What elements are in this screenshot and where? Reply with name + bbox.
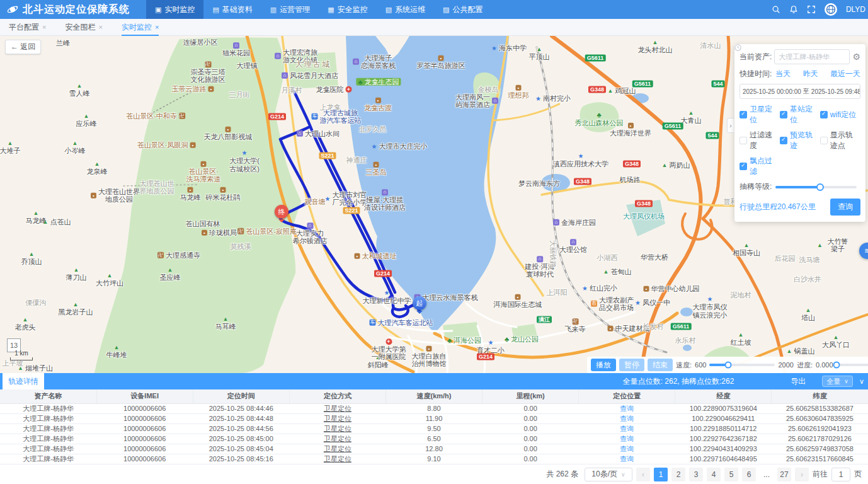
table-toolbar: 轨迹详情 全量点位数: 262, 抽稀点位数:262 导出 全量 ∨ ∨ — [0, 373, 868, 389]
table-row: 大理工牌-杨静华100000066062025-10-25 08:44:48卫星… — [0, 413, 868, 424]
page-button-4[interactable]: 4 — [707, 468, 721, 481]
table-cell: 8.80 — [385, 403, 482, 413]
speed-slider[interactable] — [709, 364, 775, 366]
table-cell: 0.00 — [483, 403, 579, 413]
nav-item-实时监控[interactable]: ▣实时监控 — [146, 0, 203, 19]
table-cell: 9.10 — [385, 454, 482, 464]
tab-实时监控[interactable]: 实时监控× — [122, 19, 159, 36]
nav-item-运营管理[interactable]: ▥运营管理 — [261, 0, 319, 19]
locate-link[interactable]: 查询 — [579, 434, 675, 444]
page-button-2[interactable]: 2 — [671, 468, 685, 481]
thinning-slider[interactable] — [775, 186, 857, 188]
bell-icon[interactable] — [789, 5, 798, 14]
locate-link[interactable]: 查询 — [579, 403, 675, 413]
checkbox-icon[interactable] — [780, 137, 787, 144]
table-cell: 2025-10-25 08:45:04 — [193, 444, 289, 454]
back-button[interactable]: ← 返回 — [5, 40, 41, 54]
query-button[interactable]: 查询 — [830, 199, 860, 216]
track-end-marker[interactable]: 终 — [275, 205, 288, 219]
panel-collapse-handle[interactable]: › — [727, 118, 734, 133]
close-icon[interactable]: × — [42, 23, 46, 31]
tab-平台配置[interactable]: 平台配置× — [9, 19, 46, 36]
checkbox-icon[interactable] — [780, 111, 787, 118]
tab-安全围栏[interactable]: 安全围栏× — [65, 19, 102, 36]
close-icon[interactable]: × — [98, 23, 102, 31]
tab-label: 平台配置 — [9, 22, 39, 33]
checkbox-icon[interactable] — [740, 163, 747, 170]
date-range-input[interactable]: 2025-10-25 00:00:00 至 2025-10-25 09:48:0… — [740, 84, 860, 99]
nav-item-基础资料[interactable]: ▤基础资料 — [203, 0, 261, 19]
nav-menu: ▣实时监控▤基础资料▥运营管理▦安全监控▧系统运维▨公共配置 — [146, 0, 491, 19]
checkbox-label: 显示轨迹点 — [830, 130, 860, 151]
page-button-27[interactable]: 27 — [777, 468, 791, 481]
speed-slider-thumb[interactable] — [724, 362, 731, 369]
nav-item-label: 实时监控 — [164, 4, 195, 15]
collapse-table-icon[interactable]: ∨ — [859, 377, 864, 386]
table-cell: 卫星定位 — [289, 413, 385, 424]
table-cell: 25.606258153382687 — [772, 403, 868, 413]
avatar[interactable] — [825, 3, 837, 16]
locate-link[interactable]: 查询 — [579, 454, 675, 464]
checkbox-基站定位[interactable]: 基站定位 — [780, 104, 820, 125]
pause-button[interactable]: 暂停 — [619, 359, 644, 371]
table-cell: 25.606259749837058 — [772, 444, 868, 454]
asset-input[interactable] — [774, 49, 850, 64]
locate-link[interactable]: 查询 — [579, 444, 675, 454]
quick-time-最近一天[interactable]: 最近一天 — [830, 69, 860, 79]
page-size-select[interactable]: 10条/页 ∨ — [585, 468, 632, 481]
table-row: 大理工牌-杨静华100000066062025-10-25 08:44:46卫星… — [0, 403, 868, 413]
checkbox-icon[interactable] — [820, 111, 828, 118]
locate-link[interactable]: 查询 — [579, 424, 675, 434]
progress-slider[interactable] — [837, 364, 868, 366]
nav-item-安全监控[interactable]: ▦安全监控 — [319, 0, 376, 19]
prev-page-button[interactable]: ‹ — [636, 468, 650, 481]
tab-track-detail[interactable]: 轨迹详情 — [3, 373, 44, 389]
maintenance-icon: ▧ — [385, 6, 392, 14]
progress-slider-thumb[interactable] — [833, 362, 840, 369]
checkbox-飘点过滤[interactable]: 飘点过滤 — [740, 156, 780, 177]
gear-icon[interactable]: ⚙ — [852, 52, 860, 62]
checkbox-icon[interactable] — [740, 111, 747, 118]
checkbox-wifi定位[interactable]: wifi定位 — [820, 104, 860, 125]
search-icon[interactable] — [772, 5, 780, 14]
checkbox-icon[interactable] — [740, 137, 747, 144]
table-cell: 10000006606 — [96, 454, 193, 464]
locate-link[interactable]: 查询 — [579, 413, 675, 424]
fullscreen-icon[interactable] — [807, 5, 816, 14]
quick-time-当天[interactable]: 当天 — [775, 69, 791, 79]
page-button-5[interactable]: 5 — [724, 468, 738, 481]
checkbox-icon[interactable] — [820, 137, 828, 144]
checkbox-显示轨迹点[interactable]: 显示轨迹点 — [820, 130, 860, 151]
page-button-1[interactable]: 1 — [654, 468, 668, 481]
goto-label: 前往 — [813, 469, 828, 480]
nav-item-系统运维[interactable]: ▧系统运维 — [377, 0, 434, 19]
app-window: 北斗运动定位保障系统 ▣实时监控▤基础资料▥运营管理▦安全监控▧系统运维▨公共配… — [0, 0, 868, 484]
map-scale-label: 1 km — [10, 350, 33, 357]
column-header: 设备IMEI — [96, 389, 193, 403]
table-row: 大理工牌-杨静华100000066062025-10-25 08:44:56卫星… — [0, 424, 868, 434]
stop-button[interactable]: 结束 — [648, 359, 673, 371]
close-icon[interactable]: × — [155, 23, 159, 31]
page-button-3[interactable]: 3 — [689, 468, 703, 481]
checkbox-过滤速度[interactable]: 过滤速度 — [740, 130, 780, 151]
goto-page-input[interactable] — [831, 468, 850, 481]
username-label[interactable]: DLYD — [846, 5, 865, 14]
nav-item-公共配置[interactable]: ▨公共配置 — [434, 0, 491, 19]
thinning-slider-thumb[interactable] — [816, 183, 824, 191]
mode-select[interactable]: 全量 ∨ — [822, 376, 853, 387]
next-page-button[interactable]: › — [795, 468, 809, 481]
column-header: 定位方式 — [289, 389, 385, 403]
export-button[interactable]: 导出 — [791, 376, 806, 387]
play-button[interactable]: 播放 — [591, 359, 616, 371]
map-viewport[interactable]: 兰峰连缘居小区⌂猫米花园⌂大理宏湾旅 游文化小镇卍崇圣寺三塔 文化旅游区大理镇大… — [0, 36, 868, 373]
table-cell: 100.22971604648495 — [675, 454, 772, 464]
checkbox-row: 过滤速度预览轨迹显示轨迹点 — [740, 130, 860, 151]
globe-icon — [826, 4, 836, 14]
table-row: 大理工牌-杨静华100000066062025-10-25 08:45:04卫星… — [0, 444, 868, 454]
layers-icon: ≋ — [864, 246, 868, 255]
page-button-6[interactable]: 6 — [742, 468, 756, 481]
checkbox-预览轨迹[interactable]: 预览轨迹 — [780, 130, 820, 151]
track-start-marker[interactable]: 起 — [413, 296, 426, 310]
quick-time-昨天[interactable]: 昨天 — [803, 69, 818, 79]
checkbox-卫星定位[interactable]: 卫星定位 — [740, 104, 780, 125]
